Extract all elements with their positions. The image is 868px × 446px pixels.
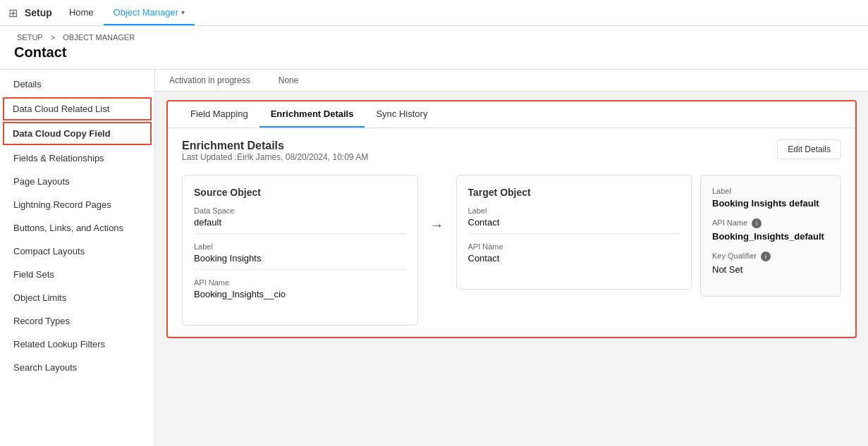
activation-value: None [279, 75, 299, 85]
sidebar-item-field-sets[interactable]: Field Sets [0, 263, 154, 286]
enrichment-title: Enrichment Details [182, 140, 368, 152]
enrichment-title-block: Enrichment Details Last Updated :Eirik J… [182, 140, 368, 172]
info-api-name-value: Booking_Insights_default [712, 231, 829, 242]
activation-bar: Activation in progress None [155, 70, 868, 92]
source-label-field: Label Booking Insights [194, 242, 406, 270]
sidebar-item-buttons-links-actions[interactable]: Buttons, Links, and Actions [0, 216, 154, 240]
source-object-card: Source Object Data Space default Label B… [182, 175, 418, 326]
breadcrumb-area: SETUP > OBJECT MANAGER Contact [0, 26, 868, 70]
nav-tab-object-manager[interactable]: Object Manager ▾ [104, 0, 195, 25]
info-api-name-label: API Name i [712, 218, 829, 228]
main-layout: Details Data Cloud Related List Data Clo… [0, 70, 868, 446]
source-object-title: Source Object [194, 187, 406, 198]
sidebar-item-search-layouts[interactable]: Search Layouts [0, 356, 154, 379]
info-key-qualifier-value: Not Set [712, 264, 829, 275]
info-api-name-row: API Name i Booking_Insights_default [712, 218, 829, 242]
nav-setup-label: Setup [25, 7, 52, 18]
source-api-name-value: Booking_Insights__cio [194, 289, 406, 305]
page-title: Contact [14, 44, 854, 61]
breadcrumb-setup[interactable]: SETUP [17, 33, 43, 42]
source-data-space-label: Data Space [194, 206, 406, 215]
target-api-name-label: API Name [468, 242, 680, 251]
info-label-label: Label [712, 187, 829, 195]
source-label-value: Booking Insights [194, 253, 406, 270]
arrow-col: → [427, 175, 448, 233]
tab-enrichment-details[interactable]: Enrichment Details [259, 101, 365, 128]
source-data-space-value: default [194, 217, 406, 234]
target-label-field: Label Contact [468, 206, 680, 234]
target-label-value: Contact [468, 217, 680, 234]
target-object-title: Target Object [468, 187, 680, 198]
info-panel: Label Booking Insights default API Name … [700, 175, 841, 297]
enrichment-header: Enrichment Details Last Updated :Eirik J… [182, 140, 841, 172]
tabs-row: Field Mapping Enrichment Details Sync Hi… [168, 101, 855, 128]
info-label-value: Booking Insights default [712, 198, 829, 209]
top-nav: ⊞ Setup Home Object Manager ▾ [0, 0, 868, 26]
info-key-qualifier-label: Key Qualifier i [712, 252, 829, 261]
sidebar-item-data-cloud-copy-field[interactable]: Data Cloud Copy Field [3, 122, 152, 145]
sidebar-item-object-limits[interactable]: Object Limits [0, 286, 154, 309]
source-api-name-label: API Name [194, 278, 406, 287]
target-object-card: Target Object Label Contact API Name Con… [456, 175, 692, 290]
cards-row: Source Object Data Space default Label B… [182, 175, 841, 326]
sidebar-item-fields-relationships[interactable]: Fields & Relationships [0, 147, 154, 170]
breadcrumb: SETUP > OBJECT MANAGER [14, 33, 854, 42]
sidebar: Details Data Cloud Related List Data Clo… [0, 70, 155, 446]
target-api-name-value: Contact [468, 253, 680, 269]
grid-icon: ⊞ [8, 6, 18, 20]
source-label-label: Label [194, 242, 406, 251]
sidebar-item-related-lookup-filters[interactable]: Related Lookup Filters [0, 333, 154, 356]
breadcrumb-object-manager[interactable]: OBJECT MANAGER [63, 33, 135, 42]
key-qualifier-info-icon[interactable]: i [761, 252, 771, 261]
api-name-info-icon[interactable]: i [752, 218, 762, 228]
enrichment-section: Enrichment Details Last Updated :Eirik J… [168, 128, 855, 337]
tab-field-mapping[interactable]: Field Mapping [179, 101, 259, 128]
content-area: Activation in progress None Field Mappin… [155, 70, 868, 446]
source-data-space-field: Data Space default [194, 206, 406, 234]
enrichment-subtitle: Last Updated :Eirik James, 08/20/2024, 1… [182, 152, 368, 162]
breadcrumb-separator: > [51, 33, 55, 42]
tab-sync-history[interactable]: Sync History [365, 101, 439, 128]
activation-status: Activation in progress [169, 75, 250, 85]
right-arrow-icon: → [430, 217, 444, 233]
target-api-name-field: API Name Contact [468, 242, 680, 269]
chevron-down-icon: ▾ [181, 8, 185, 16]
sidebar-item-data-cloud-related-list[interactable]: Data Cloud Related List [3, 97, 152, 120]
nav-tabs: Home Object Manager ▾ [59, 0, 195, 25]
source-api-name-field: API Name Booking_Insights__cio [194, 278, 406, 305]
info-key-qualifier-row: Key Qualifier i Not Set [712, 252, 829, 275]
sidebar-item-record-types[interactable]: Record Types [0, 309, 154, 333]
sidebar-item-details[interactable]: Details [0, 73, 154, 96]
edit-details-button[interactable]: Edit Details [777, 140, 841, 159]
target-label-label: Label [468, 206, 680, 215]
sidebar-item-lightning-record-pages[interactable]: Lightning Record Pages [0, 193, 154, 216]
sidebar-item-page-layouts[interactable]: Page Layouts [0, 170, 154, 193]
nav-tab-home[interactable]: Home [59, 0, 104, 25]
sidebar-item-compact-layouts[interactable]: Compact Layouts [0, 240, 154, 263]
info-label-row: Label Booking Insights default [712, 187, 829, 209]
tabs-panel: Field Mapping Enrichment Details Sync Hi… [166, 100, 857, 338]
